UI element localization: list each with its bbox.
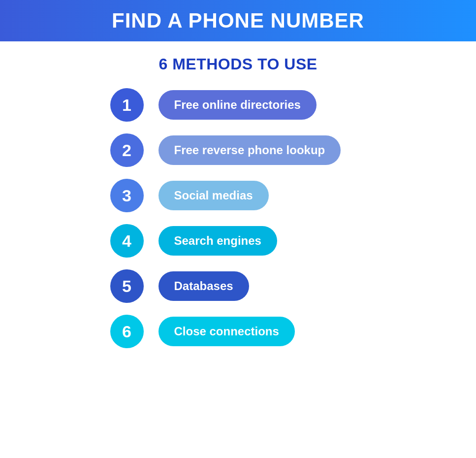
method-pill-1: Free online directories (159, 90, 317, 120)
method-pill-3: Social medias (159, 181, 269, 210)
method-row-4: 4Search engines (110, 224, 277, 258)
number-circle-5: 5 (110, 269, 144, 303)
method-row-6: 6Close connections (110, 315, 295, 348)
method-pill-5: Databases (159, 271, 249, 301)
method-row-1: 1Free online directories (110, 88, 317, 122)
method-row-5: 5Databases (110, 269, 249, 303)
subtitle: 6 METHODS TO USE (159, 55, 317, 73)
number-circle-3: 3 (110, 179, 144, 212)
method-row-3: 3Social medias (110, 179, 269, 212)
method-pill-2: Free reverse phone lookup (159, 135, 341, 165)
header-banner: FIND A PHONE NUMBER (0, 0, 476, 41)
number-circle-6: 6 (110, 315, 144, 348)
number-circle-1: 1 (110, 88, 144, 122)
number-circle-4: 4 (110, 224, 144, 258)
method-pill-4: Search engines (159, 226, 277, 256)
number-circle-2: 2 (110, 133, 144, 167)
methods-list: 1Free online directories2Free reverse ph… (110, 88, 406, 348)
method-pill-6: Close connections (159, 317, 295, 346)
method-row-2: 2Free reverse phone lookup (110, 133, 341, 167)
page-title: FIND A PHONE NUMBER (0, 9, 476, 33)
